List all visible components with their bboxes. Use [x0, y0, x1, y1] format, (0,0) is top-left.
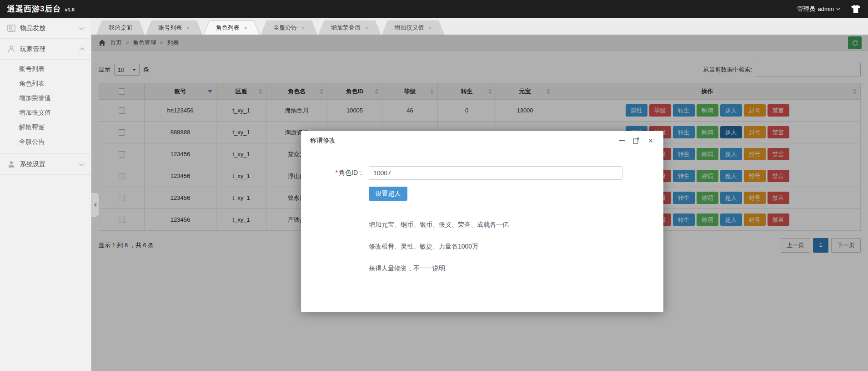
sidebar-item-增加荣誉值[interactable]: 增加荣誉值 [0, 91, 91, 105]
sidebar-section-label: 系统设置 [20, 160, 80, 168]
theme-shirt-icon[interactable] [851, 5, 861, 13]
role-id-label: *角色ID： [326, 169, 369, 177]
tab-strip: 我的桌面账号列表×角色列表×全服公告×增加荣誉值×增加侠义值× [91, 18, 868, 35]
brand: 逍遥西游3后台 v1.0 [7, 4, 75, 14]
tab-close-icon[interactable]: × [244, 25, 248, 31]
user-role-label: 管理员 [798, 5, 815, 13]
chevron-down-icon [836, 6, 841, 10]
modal-description-line: 修改根骨、灵性、敏捷、力量各1000万 [369, 243, 663, 251]
tab-label: 账号列表 [158, 24, 182, 32]
sidebar: 物品发放玩家管理账号列表角色列表增加荣誉值增加侠义值解散帮派全服公告系统设置 [0, 18, 91, 371]
tab-close-icon[interactable]: × [428, 25, 432, 31]
app-title: 逍遥西游3后台 [7, 4, 61, 14]
tab-增加侠义值[interactable]: 增加侠义值× [382, 21, 444, 35]
tab-我的桌面[interactable]: 我的桌面 [97, 21, 144, 35]
user-menu[interactable]: 管理员 admin [798, 5, 840, 13]
items-icon [7, 24, 15, 32]
tab-label: 增加荣誉值 [331, 24, 361, 32]
app-header: 逍遥西游3后台 v1.0 管理员 admin [0, 0, 868, 18]
modal-description-line: 获得大量物资，不一一说明 [369, 264, 663, 273]
modal-description-line: 增加元宝、铜币、银币、侠义、荣誉、成就各一亿 [369, 221, 663, 229]
tab-角色列表[interactable]: 角色列表× [204, 21, 260, 35]
modal-body: *角色ID： 设置超人 增加元宝、铜币、银币、侠义、荣誉、成就各一亿修改根骨、灵… [301, 150, 663, 273]
sidebar-item-增加侠义值[interactable]: 增加侠义值 [0, 105, 91, 120]
sidebar-item-解散帮派[interactable]: 解散帮派 [0, 120, 91, 134]
app-version: v1.0 [65, 7, 74, 12]
sidebar-collapse-handle[interactable] [91, 193, 99, 217]
sidebar-section-系统设置[interactable]: 系统设置 [0, 154, 91, 175]
modal-titlebar[interactable]: 称谓修改 × [301, 131, 663, 150]
tab-label: 我的桌面 [109, 24, 132, 32]
chevron-down-icon [79, 25, 84, 30]
tab-close-icon[interactable]: × [365, 25, 369, 31]
settings-user-icon [7, 160, 15, 168]
modal-title: 称谓修改 [310, 137, 618, 145]
tab-label: 全服公告 [273, 24, 297, 32]
sidebar-section-label: 玩家管理 [20, 45, 80, 53]
tab-label: 角色列表 [216, 24, 240, 32]
tab-close-icon[interactable]: × [301, 25, 305, 31]
sidebar-section-玩家管理[interactable]: 玩家管理 [0, 39, 91, 60]
chevron-up-icon [79, 47, 84, 52]
user-name-label: admin [818, 5, 834, 12]
content-area: 首页>角色管理>列表 显示 10 条 [91, 35, 868, 371]
sidebar-item-账号列表[interactable]: 账号列表 [0, 61, 91, 76]
sidebar-item-角色列表[interactable]: 角色列表 [0, 76, 91, 91]
close-icon[interactable]: × [647, 137, 654, 144]
set-superman-button[interactable]: 设置超人 [369, 187, 407, 201]
sidebar-section-物品发放[interactable]: 物品发放 [0, 18, 91, 39]
chevron-down-icon [79, 161, 84, 166]
tab-全服公告[interactable]: 全服公告× [261, 21, 317, 35]
tab-label: 增加侠义值 [394, 24, 424, 32]
arrow-left-icon [94, 203, 96, 207]
tab-增加荣誉值[interactable]: 增加荣誉值× [319, 21, 381, 35]
tab-账号列表[interactable]: 账号列表× [146, 21, 202, 35]
role-id-input[interactable] [369, 166, 622, 180]
title-modify-modal: 称谓修改 × *角色ID： 设置超人 增加元宝、铜币、 [301, 131, 663, 312]
sidebar-section-label: 物品发放 [20, 24, 80, 32]
sidebar-item-全服公告[interactable]: 全服公告 [0, 134, 91, 149]
minimize-icon[interactable] [618, 137, 625, 144]
maximize-icon[interactable] [632, 137, 640, 144]
modal-descriptions: 增加元宝、铜币、银币、侠义、荣誉、成就各一亿修改根骨、灵性、敏捷、力量各1000… [369, 221, 663, 273]
tab-close-icon[interactable]: × [186, 25, 190, 31]
player-icon [7, 45, 15, 53]
required-mark: * [336, 169, 338, 176]
